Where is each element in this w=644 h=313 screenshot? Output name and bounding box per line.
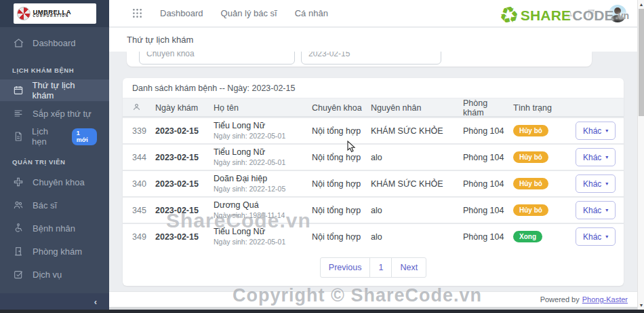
caret-down-icon: ▾ [605,128,608,134]
page-title: Thứ tự lịch khám [127,35,193,45]
pagination-page-1[interactable]: 1 [369,257,392,278]
caret-down-icon: ▾ [605,208,608,213]
column-header: Nguyên nhân [371,103,463,113]
more-actions-button[interactable]: Khác▾ [576,201,616,219]
pagination-next[interactable]: Next [391,257,426,278]
sidebar-item-label: Dịch vụ [33,270,62,280]
caret-down-icon: ▾ [605,234,608,240]
row-reason: alo [371,206,463,215]
patient-name: Tiểu Long Nữ [214,147,312,158]
row-id: 344 [132,153,155,162]
sidebar-item-benh-nhan[interactable]: Bệnh nhân [0,217,109,239]
flag-icon[interactable] [586,8,597,18]
sidebar-item-sap-xep-thu-tu[interactable]: Sắp xếp thứ tự [0,103,109,124]
umbrella-logo[interactable]: UMBRELLA CORPORATION [14,3,96,24]
patient-dob: Ngày sinh: 2022-05-01 [214,132,312,141]
wheelchair-icon [12,222,24,234]
topnav-link-dashboard[interactable]: Dashboard [160,8,203,18]
row-room: Phòng 104 [463,206,513,215]
row-specialty: Nội tổng hợp [312,126,371,136]
powered-by-text: Powered by [540,295,580,303]
column-header: Tình trạng [513,103,573,113]
check-square-icon [12,268,24,280]
more-actions-button[interactable]: Khác▾ [576,148,616,166]
row-date: 2023-02-15 [155,232,214,242]
scroll-down-arrow-icon[interactable]: ▼ [638,301,644,309]
app-window: UMBRELLA CORPORATION Dashboard LỊCH KHÁM… [0,0,644,313]
scroll-up-arrow-icon[interactable]: ▲ [638,0,644,8]
row-date: 2023-02-15 [155,206,214,215]
row-room: Phòng 104 [463,179,513,189]
row-reason: alo [371,232,463,242]
vertical-scrollbar[interactable]: ▲ ▼ [637,0,644,313]
topnav-link-quan-ly-bac-si[interactable]: Quản lý bác sĩ [221,8,277,18]
row-reason: alo [371,153,463,162]
sidebar-item-label: Thứ tự lịch khám [32,80,97,100]
pagination-previous[interactable]: Previous [320,257,371,278]
sidebar-item-label: Phòng khám [33,246,82,257]
date-filter-input[interactable] [301,52,441,65]
patient-dob: Ngày sinh: 1986-11-14 [214,211,312,220]
row-id: 339 [132,126,155,136]
sidebar-item-label: Bác sĩ [33,200,57,210]
plus-cross-icon [12,176,24,188]
status-badge: Hủy bỏ [513,178,548,189]
sidebar-item-dich-vu[interactable]: Dịch vụ [0,263,109,285]
column-header: Họ tên [214,103,312,113]
row-room: Phòng 104 [463,126,513,136]
row-date: 2023-02-15 [155,179,214,189]
calendar-icon [12,84,24,96]
specialty-filter-input[interactable] [139,52,295,65]
breadcrumb: Thứ tự lịch khám [109,28,637,52]
author-link[interactable]: Phong-Kaster [582,295,628,303]
sidebar-item-thu-tu-lich-kham[interactable]: Thứ tự lịch khám [0,79,109,101]
topnav-link-ca-nhan[interactable]: Cá nhân [295,8,328,18]
row-reason: KHÁM SỨC KHỎE [371,126,463,136]
sidebar-item-chuyen-khoa[interactable]: Chuyên khoa [0,171,109,193]
row-specialty: Nội tổng hợp [312,232,371,242]
sidebar-logo-band: UMBRELLA CORPORATION [0,0,109,27]
patient-dob: Ngày sinh: 2022-05-01 [214,238,312,246]
status-badge: Xong [513,231,542,242]
row-id: 345 [132,206,155,215]
table-row: 340 2023-02-15 Doãn Đại hiệp Ngày sinh: … [123,170,624,196]
document-icon [12,130,24,143]
door-icon [12,245,24,257]
sidebar-collapse-toggle[interactable]: ‹ [0,293,109,310]
sidebar-item-phong-kham[interactable]: Phòng khám [0,240,109,262]
sidebar-item-label: Lịch hẹn [32,126,64,147]
more-actions-button[interactable]: Khác▾ [576,174,616,193]
more-actions-button[interactable]: Khác▾ [576,227,616,246]
patient-dob: Ngày sinh: 2022-12-05 [214,185,312,194]
person-icon [132,103,155,113]
row-id: 349 [132,232,155,242]
sidebar-item-dashboard[interactable]: Dashboard [0,30,109,56]
table-row: 349 2023-02-15 Tiểu Long Nữ Ngày sinh: 2… [123,223,624,249]
row-specialty: Nội tổng hợp [312,179,371,189]
sidebar-item-label: Bệnh nhân [33,223,75,234]
new-count-badge: 1 mới [72,128,97,145]
scrollbar-thumb[interactable] [639,9,644,116]
sidebar-item-lich-hen[interactable]: Lịch hẹn 1 mới [0,126,109,147]
column-header: Chuyên khoa [312,103,371,113]
sidebar-item-label: Sắp xếp thứ tự [33,109,92,119]
sort-list-icon [12,107,24,119]
row-specialty: Nội tổng hợp [312,153,371,162]
bell-icon[interactable] [563,8,574,19]
sidebar-item-label: Dashboard [33,38,76,48]
user-avatar[interactable] [609,5,626,22]
logo-line2: CORPORATION [33,15,72,18]
users-icon [12,199,24,211]
patient-name: Doãn Đại hiệp [214,174,312,185]
main-content: Danh sách khám bệnh -- Ngày: 2023-02-15 … [109,52,637,313]
more-actions-button[interactable]: Khác▾ [576,122,616,140]
apps-grid-icon[interactable] [132,8,142,18]
row-id: 340 [132,179,155,189]
row-date: 2023-02-15 [155,153,214,162]
sidebar-item-bac-si[interactable]: Bác sĩ [0,194,109,216]
pagination: Previous 1 Next [123,249,624,278]
table-row: 344 2023-02-15 Tiểu Long Nữ Ngày sinh: 2… [123,143,624,170]
card-title: Danh sách khám bệnh -- Ngày: 2023-02-15 [123,78,624,98]
table-row: 339 2023-02-15 Tiểu Long Nữ Ngày sinh: 2… [123,117,624,143]
sidebar-item-label: Chuyên khoa [33,177,85,187]
